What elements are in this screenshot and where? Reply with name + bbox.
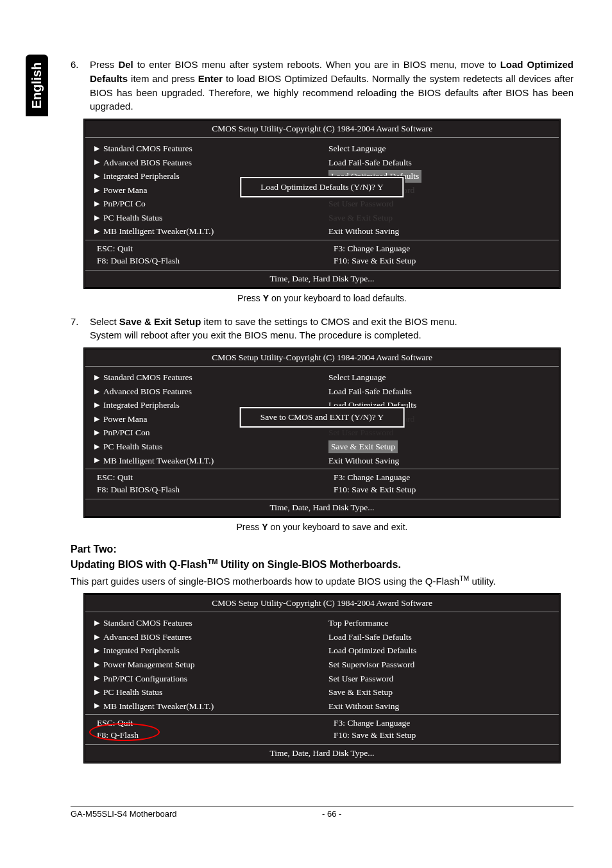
hint-f3: F3: Change Language: [334, 472, 559, 484]
bios-menu-item[interactable]: Save & Exit Setup: [322, 685, 559, 699]
bios-menu-item[interactable]: Save & Exit Setup: [322, 440, 559, 454]
triangle-icon: ▶: [94, 701, 99, 711]
bios-menu-item[interactable]: Set User Password: [322, 426, 559, 440]
bios-right-column: Top Performance Load Fail-Safe Defaults …: [322, 616, 559, 713]
step-text: Press Del to enter BIOS menu after syste…: [90, 58, 574, 113]
bios-menu-item[interactable]: Set User Password: [322, 197, 559, 211]
triangle-icon: ▶: [94, 618, 99, 628]
triangle-icon: ▶: [94, 442, 99, 452]
bios-help-line: Time, Date, Hard Disk Type...: [85, 270, 559, 287]
bios-menu-item[interactable]: Load Fail-Safe Defaults: [322, 385, 559, 399]
intro-line: This part guides users of single-BIOS mo…: [71, 574, 574, 587]
triangle-icon: ▶: [94, 455, 99, 465]
selected-item: Save & Exit Setup: [328, 440, 398, 453]
bios-footer: ESC: QuitF8: Dual BIOS/Q-Flash F3: Chang…: [85, 469, 559, 499]
hint-f3: F3: Change Language: [334, 717, 559, 730]
triangle-icon: ▶: [94, 185, 99, 196]
triangle-icon: ▶: [94, 387, 99, 397]
bios-menu-item[interactable]: Select Language: [322, 371, 559, 385]
step-number: 7.: [71, 315, 90, 343]
triangle-icon: ▶: [94, 646, 99, 656]
section-subheading: Updating BIOS with Q-FlashTM Utility on …: [71, 558, 574, 571]
bios-menu-item[interactable]: ▶Integrated Peripherals: [85, 644, 322, 658]
bios-menu-item[interactable]: ▶MB Intelligent Tweaker(M.I.T.): [85, 454, 322, 468]
bios-menu-item[interactable]: ▶PC Health Status: [85, 440, 322, 454]
bios-screen-2: CMOS Setup Utility-Copyright (C) 1984-20…: [83, 347, 561, 518]
hint-f8: F8: Q-Flash: [97, 730, 322, 742]
bios-menu-item[interactable]: ▶Standard CMOS Features: [85, 142, 322, 156]
bios-help-line: Time, Date, Hard Disk Type...: [85, 499, 559, 516]
bios-menu-item[interactable]: ▶PC Health Status: [85, 211, 322, 225]
section-heading: Part Two:: [71, 544, 574, 555]
bios-title: CMOS Setup Utility-Copyright (C) 1984-20…: [85, 121, 559, 138]
triangle-icon: ▶: [94, 687, 99, 697]
step-number: 6.: [71, 58, 90, 113]
bios-menu-item[interactable]: ▶PnP/PCI Con: [85, 426, 322, 440]
bios-menu-item[interactable]: ▶MB Intelligent Tweaker(M.I.T.): [85, 699, 322, 714]
bios-screen-3: CMOS Setup Utility-Copyright (C) 1984-20…: [83, 593, 561, 764]
hint-f3: F3: Change Language: [334, 243, 559, 255]
triangle-icon: ▶: [94, 414, 99, 424]
hint-f10: F10: Save & Exit Setup: [334, 484, 559, 496]
footer-page-number: - 66 -: [322, 809, 574, 819]
triangle-icon: ▶: [94, 226, 99, 237]
bios-footer: ESC: QuitF8: Dual BIOS/Q-Flash F3: Chang…: [85, 240, 559, 270]
bios-menu-item[interactable]: ▶Standard CMOS Features: [85, 371, 322, 385]
bios-menu-item[interactable]: Top Performance: [322, 616, 559, 630]
bios-menu-item[interactable]: ▶Advanced BIOS Features: [85, 630, 322, 644]
bios-title: CMOS Setup Utility-Copyright (C) 1984-20…: [85, 595, 559, 612]
bios-menu-item[interactable]: Load Fail-Safe Defaults: [322, 630, 559, 644]
bios-menu-item[interactable]: ▶MB Intelligent Tweaker(M.I.T.): [85, 224, 322, 238]
bios-menu-item[interactable]: Exit Without Saving: [322, 699, 559, 714]
caption: Press Y on your keyboard to save and exi…: [71, 522, 574, 532]
triangle-icon: ▶: [94, 372, 99, 383]
bios-menu-item[interactable]: ▶Standard CMOS Features: [85, 616, 322, 630]
triangle-icon: ▶: [94, 660, 99, 670]
triangle-icon: ▶: [94, 673, 99, 683]
bios-menu-item[interactable]: Set Supervisor Password: [322, 658, 559, 672]
bios-menu-item[interactable]: Save & Exit Setup: [322, 211, 559, 225]
triangle-icon: ▶: [94, 199, 99, 209]
confirm-dialog[interactable]: Load Optimized Defaults (Y/N)? Y: [240, 177, 404, 197]
bios-menu-item[interactable]: ▶PnP/PCI Co: [85, 197, 322, 211]
bios-screen-1: CMOS Setup Utility-Copyright (C) 1984-20…: [83, 119, 561, 289]
bios-menu-item[interactable]: ▶PC Health Status: [85, 685, 322, 699]
confirm-dialog[interactable]: Save to CMOS and EXIT (Y/N)? Y: [240, 407, 405, 428]
step-6: 6. Press Del to enter BIOS menu after sy…: [71, 58, 574, 113]
triangle-icon: ▶: [94, 632, 99, 642]
hint-esc: ESC: Quit: [97, 472, 322, 484]
language-tab: English: [26, 54, 48, 116]
bios-menu-item[interactable]: Exit Without Saving: [322, 224, 559, 238]
triangle-icon: ▶: [94, 400, 99, 410]
triangle-icon: ▶: [94, 157, 99, 167]
hint-f8: F8: Dual BIOS/Q-Flash: [97, 484, 322, 496]
bios-menu-item[interactable]: Set User Password: [322, 672, 559, 686]
step-7: 7. Select Save & Exit Setup item to save…: [71, 315, 574, 343]
hint-f10: F10: Save & Exit Setup: [334, 730, 559, 742]
triangle-icon: ▶: [94, 428, 99, 438]
hint-esc: ESC: Quit: [97, 243, 322, 255]
bios-menu-item[interactable]: Load Optimized Defaults: [322, 644, 559, 658]
bios-help-line: Time, Date, Hard Disk Type...: [85, 744, 559, 762]
bios-menu-item[interactable]: Load Fail-Safe Defaults: [322, 156, 559, 170]
bios-menu-item[interactable]: ▶Advanced BIOS Features: [85, 156, 322, 170]
bios-menu-item[interactable]: ▶Advanced BIOS Features: [85, 385, 322, 399]
page-footer: GA-M55SLI-S4 Motherboard - 66 -: [71, 806, 574, 819]
bios-title: CMOS Setup Utility-Copyright (C) 1984-20…: [85, 349, 559, 367]
footer-left: GA-M55SLI-S4 Motherboard: [71, 809, 322, 819]
hint-f8: F8: Dual BIOS/Q-Flash: [97, 255, 322, 267]
caption: Press Y on your keyboard to load default…: [71, 293, 574, 303]
triangle-icon: ▶: [94, 144, 99, 154]
bios-menu-item[interactable]: ▶Power Management Setup: [85, 658, 322, 672]
triangle-icon: ▶: [94, 171, 99, 181]
bios-menu-item[interactable]: Select Language: [322, 142, 559, 156]
hint-f10: F10: Save & Exit Setup: [334, 255, 559, 267]
triangle-icon: ▶: [94, 213, 99, 223]
bios-footer: ESC: QuitF8: Q-Flash F3: Change Language…: [85, 714, 559, 744]
bios-menu-item[interactable]: ▶PnP/PCI Configurations: [85, 672, 322, 686]
bios-left-column: ▶Standard CMOS Features ▶Advanced BIOS F…: [85, 616, 322, 713]
bios-menu-item[interactable]: Exit Without Saving: [322, 454, 559, 468]
hint-esc: ESC: Quit: [97, 717, 322, 730]
step-text: Select Save & Exit Setup item to save th…: [90, 315, 574, 343]
